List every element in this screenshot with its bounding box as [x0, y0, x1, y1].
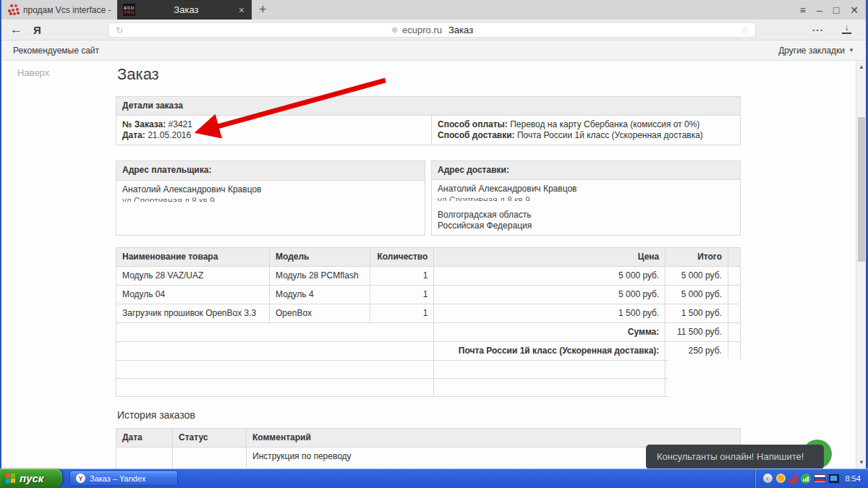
taskbar: пуск Y Заказ – Yandex ‹ 8:54 [0, 468, 868, 488]
order-details-header: Детали заказа [116, 97, 741, 116]
payer-street-obscured: ул Спортивная д 8 кв 9 [122, 197, 419, 202]
desktop-screen: продам Vcs interface - Купл ECU PRO Зака… [0, 0, 868, 488]
delivery-country: Российская Федерация [438, 221, 734, 231]
tray-red-signal-icon[interactable] [789, 474, 797, 483]
delivery-method: Почта России 1й класс (Ускоренная достав… [517, 130, 703, 140]
table-row: Загрузчик прошивок OpenBox 3.3 OpenBox 1… [116, 304, 741, 323]
scroll-up-icon[interactable]: ▲ [856, 64, 866, 70]
empty-row [116, 361, 741, 379]
page-content: Заказ Детали заказа № Заказа: #3421 Дата… [116, 64, 741, 468]
address-bar[interactable]: ↻ ⊕ ecupro.ru Заказ ☆ [109, 22, 756, 38]
sum-value: 11 500 руб. [665, 323, 728, 342]
yandex-task-icon: Y [76, 474, 85, 483]
shipping-row: Почта России 1й класс (Ускоренная достав… [116, 342, 741, 361]
other-bookmarks-button[interactable]: Другие закладки ▼ [778, 46, 854, 56]
order-date: 21.05.2016 [148, 130, 191, 140]
payer-name: Анатолий Александрович Кравцов [122, 184, 419, 195]
tray-language-flag-icon[interactable] [814, 474, 825, 482]
empty-row [116, 379, 741, 397]
sum-label: Сумма: [434, 323, 665, 342]
products-header-row: Наименование товара Модель Количество Це… [116, 248, 741, 267]
table-row: Модуль 04 Модуль 4 1 5 000 руб. 5 000 ру… [116, 286, 741, 304]
new-tab-button[interactable]: + [259, 2, 267, 17]
products-table: Наименование товара Модель Количество Це… [116, 247, 741, 397]
reload-icon[interactable]: ↻ [116, 25, 123, 35]
history-title: История заказов [117, 409, 741, 421]
tab-close-icon[interactable]: × [237, 4, 246, 16]
close-icon[interactable]: ✕ [850, 5, 859, 15]
minimize-icon[interactable]: – [817, 5, 822, 15]
order-details-right-cell: Способ оплаты: Перевод на карту Сбербанк… [432, 116, 741, 145]
ecu-favicon-icon: ECU PRO [123, 4, 135, 16]
table-row: Модуль 28 VAZ/UAZ Модуль 28 PCMflash 1 5… [116, 267, 741, 286]
back-to-top-link[interactable]: Наверх [17, 67, 49, 78]
sum-row: Сумма: 11 500 руб. [116, 323, 741, 342]
shipping-label: Почта России 1й класс (Ускоренная достав… [434, 342, 665, 361]
delivery-street-obscured: ул Спортивная д 8 кв 9 [438, 196, 734, 201]
payer-address-header: Адрес плательщика: [116, 161, 425, 181]
maximize-icon[interactable]: □ [833, 5, 839, 15]
page-viewport: Наверх Заказ Детали заказа № Заказа: #34… [1, 61, 866, 468]
payer-address-cell: Анатолий Александрович Кравцов ул Спорти… [116, 181, 425, 236]
more-icon[interactable]: ··· [812, 25, 824, 35]
bookmark-recommended-sites[interactable]: Рекомендуемые сайт [13, 46, 99, 56]
scrollbar-thumb[interactable] [858, 117, 865, 262]
browser-window: продам Vcs interface - Купл ECU PRO Зака… [0, 0, 868, 468]
payer-address-table: Адрес плательщика: Анатолий Александрови… [116, 160, 425, 236]
chat-widget[interactable]: Консультанты онлайн! Напишите! [646, 445, 824, 468]
taskbar-task-button[interactable]: Y Заказ – Yandex [69, 471, 178, 486]
scroll-down-icon[interactable]: ▼ [856, 459, 866, 466]
navigation-bar: ← Я ↻ ⊕ ecupro.ru Заказ ☆ ··· ↓ [1, 20, 866, 40]
page-title: Заказ [117, 65, 741, 84]
tab-active[interactable]: ECU PRO Заказ × [117, 0, 252, 20]
chat-text: Консультанты онлайн! Напишите! [657, 451, 804, 462]
tab-inactive[interactable]: продам Vcs interface - Купл [1, 0, 117, 20]
bookmarks-bar: Рекомендуемые сайт Другие закладки ▼ [1, 40, 866, 61]
menu-icon[interactable]: ≡ [800, 5, 806, 15]
products-wrap: Наименование товара Модель Количество Це… [116, 247, 741, 397]
bookmark-star-icon[interactable]: ☆ [741, 25, 749, 35]
tray-green-signal-icon[interactable] [801, 474, 811, 484]
tray-orange-app-icon[interactable] [776, 474, 786, 483]
window-controls: ≡ – □ ✕ [800, 0, 859, 20]
address-path: Заказ [448, 25, 473, 35]
vertical-scrollbar[interactable]: ▲ ▼ [856, 61, 866, 468]
shipping-value: 250 руб. [665, 342, 728, 361]
history-header-row: Дата Статус Комментарий [116, 429, 741, 448]
system-tray: ‹ 8:54 [755, 468, 868, 488]
tray-network-monitor-icon[interactable] [829, 474, 839, 483]
delivery-region: Волгоградская область [438, 210, 734, 221]
payment-method: Перевод на карту Сбербанка (комиссия от … [510, 119, 699, 129]
erased-area [668, 359, 741, 397]
windows-logo-icon [6, 474, 15, 484]
address-domain: ecupro.ru [402, 25, 442, 35]
back-icon[interactable]: ← [10, 22, 22, 37]
delivery-address-cell: Анатолий Александрович Кравцов ул Спорти… [432, 180, 741, 236]
delivery-address-header: Адрес доставки: [432, 161, 741, 180]
tab-strip: продам Vcs interface - Купл ECU PRO Зака… [1, 0, 866, 20]
order-number: #3421 [169, 119, 192, 129]
site-favicon-dots-icon [12, 9, 14, 12]
yandex-logo-icon[interactable]: Я [33, 24, 41, 36]
delivery-address-table: Адрес доставки: Анатолий Александрович К… [431, 160, 741, 236]
chevron-down-icon: ▼ [848, 47, 854, 53]
delivery-name: Анатолий Александрович Кравцов [438, 184, 734, 194]
addresses-row: Адрес плательщика: Анатолий Александрови… [116, 160, 741, 236]
start-button[interactable]: пуск [0, 468, 62, 488]
tab-active-title: Заказ [135, 4, 237, 15]
download-icon[interactable]: ↓ [842, 23, 851, 34]
tray-clock: 8:54 [846, 474, 861, 483]
tray-collapse-icon[interactable]: ‹ [763, 474, 773, 483]
tab-inactive-title: продам Vcs interface - Купл [23, 5, 111, 15]
order-details-left-cell: № Заказа: #3421 Дата: 21.05.2016 [116, 116, 432, 145]
globe-icon: ⊕ [391, 25, 398, 35]
order-details-table: Детали заказа № Заказа: #3421 Дата: 21.0… [116, 96, 741, 145]
